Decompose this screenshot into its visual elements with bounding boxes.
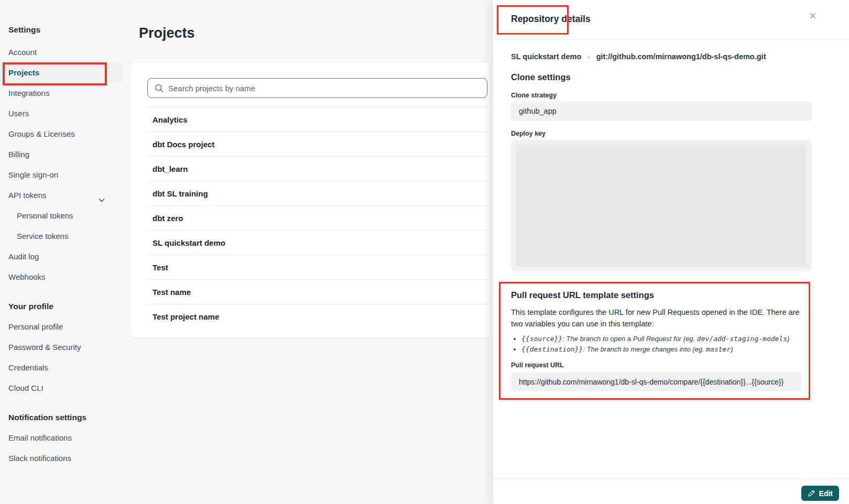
project-row-analytics[interactable]: Analytics	[147, 107, 490, 132]
chevron-right-icon: ›	[587, 53, 590, 61]
project-row-dbt-zero[interactable]: dbt zero	[147, 206, 490, 231]
breadcrumb: SL quickstart demo › git://github.com/mi…	[511, 52, 766, 61]
sidebar-item-personal-tokens[interactable]: Personal tokens	[0, 205, 126, 226]
sidebar-item-audit-log[interactable]: Audit log	[0, 246, 126, 267]
sidebar-item-webhooks[interactable]: Webhooks	[0, 267, 126, 287]
clone-strategy-label: Clone strategy	[511, 92, 557, 99]
sidebar-item-integrations[interactable]: Integrations	[0, 83, 126, 103]
sidebar-item-personal-profile[interactable]: Personal profile	[0, 316, 126, 337]
deploy-key-label: Deploy key	[511, 130, 546, 137]
panel-title: Repository details	[511, 14, 591, 25]
sidebar-item-api-tokens[interactable]: API tokens	[0, 185, 126, 205]
sidebar-heading-your-profile: Your profile	[0, 302, 126, 311]
sidebar-item-billing[interactable]: Billing	[0, 144, 126, 165]
breadcrumb-repo-url: git://github.com/mirnawong1/db-sl-qs-dem…	[596, 52, 766, 61]
projects-card: Analytics dbt Docs project dbt_learn dbt…	[130, 62, 491, 338]
project-search[interactable]	[147, 78, 487, 98]
pull-request-template-description: This template configures the URL for new…	[511, 306, 807, 330]
sidebar-heading-notification-settings: Notification settings	[0, 413, 126, 422]
page-title: Projects	[139, 25, 195, 41]
project-row-test-project-name[interactable]: Test project name	[147, 304, 490, 329]
search-icon	[155, 84, 164, 93]
sidebar-item-email-notifications[interactable]: Email notifications	[0, 428, 126, 448]
close-icon[interactable]: ×	[809, 9, 817, 22]
edit-button-label: Edit	[819, 489, 833, 498]
deploy-key-redacted-content	[516, 145, 807, 267]
breadcrumb-project: SL quickstart demo	[511, 52, 581, 61]
pull-request-template-section: Pull request URL template settings This …	[499, 282, 810, 400]
variable-source-item: {{source}}: The branch to open a Pull Re…	[521, 334, 799, 344]
project-row-dbt-docs-project[interactable]: dbt Docs project	[147, 132, 490, 157]
sidebar-item-credentials[interactable]: Credentials	[0, 357, 126, 378]
project-row-dbt-learn[interactable]: dbt_learn	[147, 157, 490, 181]
sidebar-item-users[interactable]: Users	[0, 103, 126, 124]
clone-strategy-field[interactable]: github_app	[511, 102, 812, 121]
sidebar-item-single-sign-on[interactable]: Single sign-on	[0, 165, 126, 185]
pencil-icon	[808, 489, 815, 497]
deploy-key-field	[511, 140, 812, 271]
project-row-dbt-sl-training[interactable]: dbt SL training	[147, 181, 490, 206]
pull-request-template-heading: Pull request URL template settings	[511, 290, 799, 300]
settings-sidebar: Settings Account Projects Integrations U…	[0, 0, 126, 504]
sidebar-heading-settings: Settings	[0, 25, 126, 35]
pull-request-url-field[interactable]: https://github.com/mirnawong1/db-sl-qs-d…	[511, 372, 801, 391]
panel-footer-divider	[493, 478, 849, 479]
edit-button[interactable]: Edit	[801, 486, 839, 501]
sidebar-item-groups-licenses[interactable]: Groups & Licenses	[0, 124, 126, 144]
pull-request-variable-list: {{source}}: The branch to open a Pull Re…	[521, 334, 799, 354]
sidebar-item-cloud-cli[interactable]: Cloud CLI	[0, 378, 126, 398]
project-row-sl-quickstart-demo[interactable]: SL quickstart demo	[147, 231, 490, 255]
sidebar-item-service-tokens[interactable]: Service tokens	[0, 226, 126, 246]
sidebar-item-account[interactable]: Account	[0, 42, 126, 62]
project-row-test[interactable]: Test	[147, 255, 490, 280]
clone-settings-heading: Clone settings	[511, 72, 571, 82]
variable-destination-item: {{destination}}: The branch to merge cha…	[521, 345, 799, 354]
repository-details-panel: Repository details × SL quickstart demo …	[493, 0, 849, 504]
sidebar-item-slack-notifications[interactable]: Slack notifications	[0, 448, 126, 468]
pull-request-url-label: Pull request URL	[511, 361, 799, 369]
project-list: Analytics dbt Docs project dbt_learn dbt…	[147, 107, 490, 329]
sidebar-item-password-security[interactable]: Password & Security	[0, 337, 126, 357]
project-row-test-name[interactable]: Test name	[147, 280, 490, 304]
panel-header-divider	[493, 39, 849, 40]
search-input[interactable]	[168, 84, 462, 93]
projects-page: Projects Analytics dbt Docs project dbt_…	[126, 0, 493, 504]
sidebar-item-projects[interactable]: Projects	[0, 62, 123, 83]
